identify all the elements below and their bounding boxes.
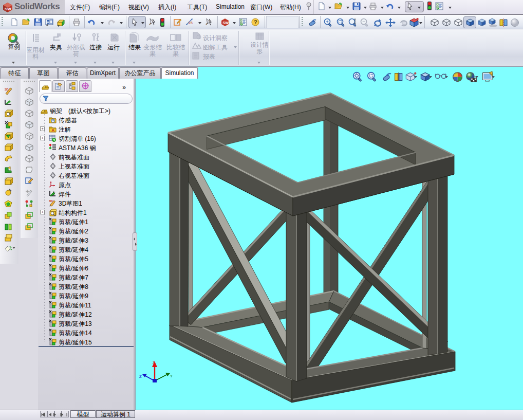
- svg-text:X: X: [153, 360, 156, 366]
- svg-text:Y: Y: [170, 374, 173, 378]
- svg-text:Z: Z: [139, 374, 142, 379]
